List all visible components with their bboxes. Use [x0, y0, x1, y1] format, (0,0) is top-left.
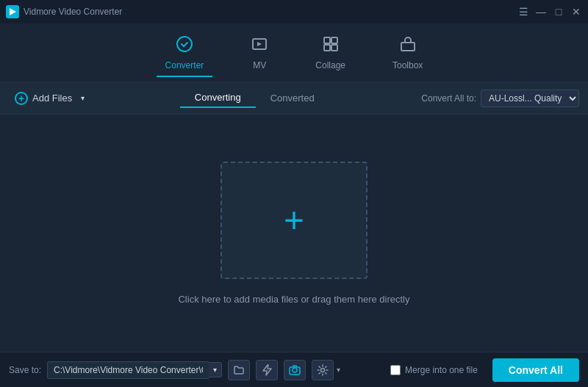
- lightning-icon-button[interactable]: [256, 360, 278, 380]
- converter-icon: [176, 35, 193, 57]
- menu-icon[interactable]: ☰: [517, 6, 529, 18]
- merge-checkbox-area: Merge into one file: [390, 365, 478, 375]
- maximize-button[interactable]: □: [553, 6, 564, 18]
- save-to-label: Save to:: [9, 365, 41, 375]
- convert-all-button[interactable]: Convert All: [492, 358, 579, 382]
- mv-icon: [251, 35, 268, 57]
- add-files-label: Add Files: [32, 93, 72, 104]
- tab-toolbox-label: Toolbox: [392, 60, 423, 70]
- close-button[interactable]: ✕: [570, 6, 582, 18]
- merge-checkbox[interactable]: [390, 365, 401, 375]
- svg-rect-6: [324, 45, 330, 51]
- minimize-button[interactable]: —: [535, 6, 547, 18]
- converted-tab-button[interactable]: Converted: [256, 88, 329, 108]
- app-icon: [6, 5, 19, 18]
- collage-icon: [322, 35, 340, 57]
- converting-tab-button[interactable]: Converting: [180, 88, 256, 108]
- settings-dropdown-arrow[interactable]: ▾: [337, 366, 340, 374]
- drop-zone[interactable]: +: [220, 162, 368, 279]
- drop-hint: Click here to add media files or drag th…: [178, 294, 409, 305]
- tab-bar: Converter MV Collage: [0, 23, 588, 82]
- svg-rect-4: [324, 37, 330, 43]
- folder-icon-button[interactable]: [228, 360, 250, 380]
- tab-mv-label: MV: [253, 60, 266, 70]
- toolbar: + Add Files ▾ Converting Converted Conve…: [0, 82, 588, 115]
- svg-rect-5: [331, 37, 337, 43]
- toolbox-icon: [399, 35, 417, 57]
- convert-all-to-label: Convert All to:: [421, 93, 476, 104]
- merge-label: Merge into one file: [405, 365, 478, 375]
- tab-toolbox[interactable]: Toolbox: [384, 29, 431, 76]
- svg-point-11: [321, 368, 325, 372]
- settings-icon-button[interactable]: [312, 360, 334, 380]
- add-files-icon: +: [15, 92, 28, 105]
- path-dropdown-button[interactable]: ▾: [209, 362, 222, 377]
- title-bar: Vidmore Video Converter ☰ — □ ✕: [0, 0, 588, 23]
- camera-icon-button[interactable]: [284, 360, 306, 380]
- path-input-wrapper: ▾: [47, 361, 222, 379]
- title-bar-controls: ☰ — □ ✕: [517, 6, 582, 18]
- convert-all-to-area: Convert All to: AU-Lossl... Quality: [421, 90, 579, 107]
- tab-converter[interactable]: Converter: [157, 29, 213, 76]
- svg-rect-7: [331, 45, 337, 51]
- tab-collage-label: Collage: [315, 60, 345, 70]
- save-path-input[interactable]: [47, 361, 209, 379]
- svg-rect-8: [401, 43, 415, 51]
- title-bar-left: Vidmore Video Converter: [6, 5, 122, 18]
- tab-collage[interactable]: Collage: [306, 29, 354, 76]
- bottom-bar: Save to: ▾ ▾ Merge into one file Convert…: [0, 352, 588, 387]
- main-content: + Click here to add media files or drag …: [0, 115, 588, 352]
- add-files-button[interactable]: + Add Files: [9, 89, 78, 108]
- svg-point-2: [177, 37, 192, 51]
- tab-mv[interactable]: MV: [242, 29, 277, 76]
- format-select[interactable]: AU-Lossl... Quality: [481, 90, 579, 107]
- app-title: Vidmore Video Converter: [24, 7, 122, 17]
- tab-converter-label: Converter: [165, 60, 204, 70]
- svg-point-9: [293, 368, 297, 372]
- add-files-dropdown-button[interactable]: ▾: [78, 91, 87, 105]
- plus-icon: +: [284, 203, 304, 238]
- tab-switch: Converting Converted: [87, 88, 421, 108]
